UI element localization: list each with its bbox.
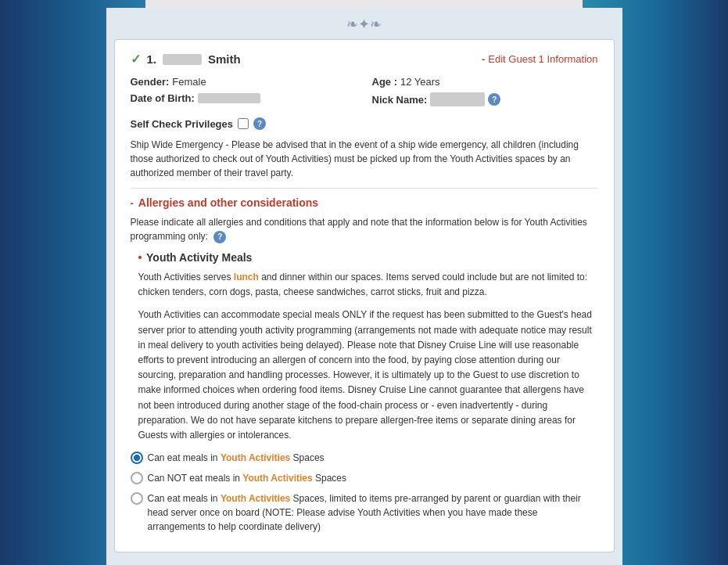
meal-option-1-radio[interactable] xyxy=(131,452,143,464)
self-check-checkbox[interactable] xyxy=(238,118,249,129)
self-check-help-icon[interactable]: ? xyxy=(253,117,266,130)
allergies-description-text: Please indicate all allergies and condit… xyxy=(131,217,587,242)
dob-label: Date of Birth: xyxy=(131,92,195,104)
meal-options: Can eat meals in Youth Activities Spaces… xyxy=(131,451,598,534)
allergies-help-icon[interactable]: ? xyxy=(213,231,226,243)
meal-option-1: Can eat meals in Youth Activities Spaces xyxy=(131,451,598,465)
meal-option-3-radio[interactable] xyxy=(131,492,143,505)
youth-meals-header: • Youth Activity Meals xyxy=(138,251,598,264)
age-row: Age : 12 Years xyxy=(372,76,598,88)
nickname-help-icon[interactable]: ? xyxy=(488,93,500,106)
edit-dash: - xyxy=(482,53,485,65)
meal-option-2-label: Can NOT eat meals in Youth Activities Sp… xyxy=(148,471,347,485)
info-left: Gender: Female Date of Birth: xyxy=(131,76,357,111)
guest-first-name-blurred xyxy=(163,54,202,65)
gender-value: Female xyxy=(172,76,206,88)
allergies-section: - Allergies and other considerations Ple… xyxy=(131,196,598,534)
meal-option-3: Can eat meals in Youth Activities Spaces… xyxy=(131,491,598,534)
self-check-row: Self Check Privileges ? xyxy=(131,117,598,130)
section-divider xyxy=(131,188,598,189)
bullet-dot: • xyxy=(138,251,142,264)
allergies-title: Allergies and other considerations xyxy=(138,196,318,209)
info-right: Age : 12 Years Nick Name: ? xyxy=(372,76,598,111)
meal-option-2: Can NOT eat meals in Youth Activities Sp… xyxy=(131,471,598,485)
youth-meals-title: Youth Activity Meals xyxy=(146,251,252,264)
meal-option-1-label: Can eat meals in Youth Activities Spaces xyxy=(148,451,325,465)
info-grid: Gender: Female Date of Birth: Age : 12 Y… xyxy=(131,76,598,111)
check-icon: ✓ xyxy=(131,52,141,67)
meal-option-2-radio[interactable] xyxy=(131,472,143,484)
guest-info-card: ✓ 1. Smith - Edit Guest 1 Information Ge… xyxy=(114,39,615,552)
decorative-divider: ❧✦❧ xyxy=(114,16,615,33)
meal-option-3-label: Can eat meals in Youth Activities Spaces… xyxy=(148,491,598,534)
edit-guest-label: Edit Guest 1 Information xyxy=(488,53,597,65)
age-label: Age : xyxy=(372,76,398,88)
self-check-label: Self Check Privileges xyxy=(131,118,234,130)
edit-guest-link[interactable]: - Edit Guest 1 Information xyxy=(482,53,598,65)
guest-number: 1. xyxy=(147,52,157,66)
age-value: 12 Years xyxy=(400,76,440,88)
emergency-notice: Ship Wide Emergency - Please be advised … xyxy=(131,138,598,180)
nickname-row: Nick Name: ? xyxy=(372,92,598,106)
allergies-header: - Allergies and other considerations xyxy=(131,196,598,209)
lunch-highlight: lunch xyxy=(234,272,259,282)
nickname-input-blurred[interactable] xyxy=(430,92,485,106)
gender-label: Gender: xyxy=(131,76,170,88)
allergies-dash: - xyxy=(131,197,134,209)
dob-value-blurred xyxy=(198,93,260,103)
nickname-label: Nick Name: xyxy=(372,94,428,106)
allergies-desc: Please indicate all allergies and condit… xyxy=(131,215,598,243)
dob-row: Date of Birth: xyxy=(131,92,357,104)
meal-paragraph-1: Youth Activities serves lunch and dinner… xyxy=(138,270,598,300)
meal-paragraph-2: Youth Activities can accommodate special… xyxy=(138,308,598,443)
gender-row: Gender: Female xyxy=(131,76,357,88)
guest-last-name: Smith xyxy=(208,52,241,66)
guest-header: ✓ 1. Smith - Edit Guest 1 Information xyxy=(131,52,598,67)
